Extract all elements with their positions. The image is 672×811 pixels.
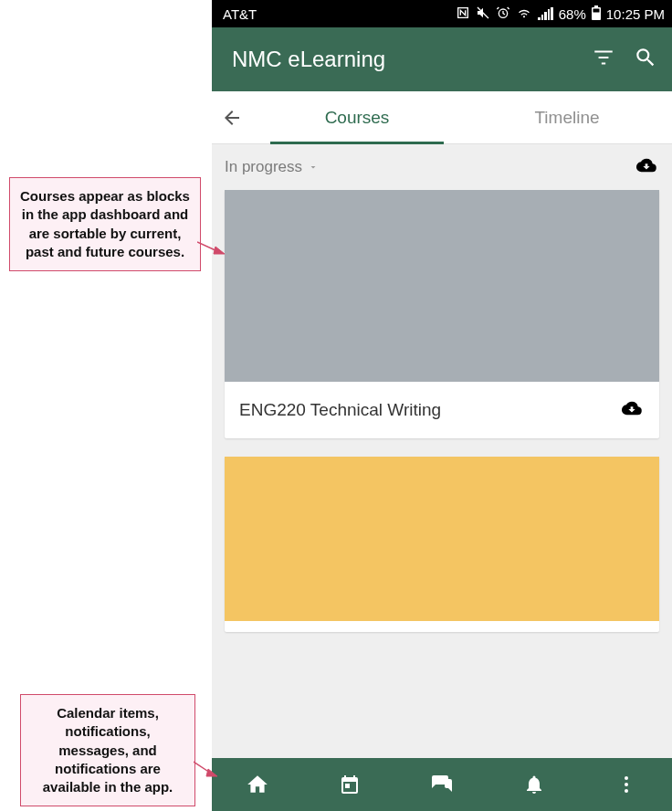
tab-timeline-label: Timeline — [534, 108, 599, 128]
back-button[interactable] — [212, 91, 252, 143]
status-bar: AT&T 68% — [212, 0, 672, 27]
cloud-download-icon[interactable] — [619, 398, 645, 422]
carrier-label: AT&T — [223, 6, 257, 22]
tab-courses-label: Courses — [325, 108, 390, 128]
bottom-nav — [212, 758, 672, 811]
alarm-icon — [496, 5, 510, 23]
battery-pct: 68% — [559, 6, 586, 22]
annotation-callout-top: Courses appear as blocks in the app dash… — [9, 177, 201, 271]
nav-calendar[interactable] — [304, 758, 396, 811]
tab-timeline[interactable]: Timeline — [462, 91, 672, 143]
filter-icon[interactable] — [592, 46, 615, 73]
course-card[interactable] — [225, 457, 659, 632]
clock-label: 10:25 PM — [606, 6, 665, 22]
svg-rect-3 — [594, 5, 598, 7]
filter-row: In progress — [212, 144, 672, 190]
svg-point-7 — [625, 789, 628, 793]
nav-home[interactable] — [212, 758, 304, 811]
svg-marker-11 — [206, 769, 217, 776]
svg-rect-4 — [593, 8, 599, 12]
nav-messages[interactable] — [396, 758, 488, 811]
app-bar: NMC eLearning — [212, 27, 672, 91]
svg-point-5 — [625, 776, 628, 780]
app-title: NMC eLearning — [232, 47, 592, 72]
signal-icon — [538, 7, 553, 20]
nfc-icon — [456, 5, 470, 23]
cloud-download-icon[interactable] — [634, 155, 659, 180]
phone-screen: AT&T 68% — [212, 0, 672, 811]
mute-icon — [476, 5, 490, 23]
wifi-icon — [516, 5, 532, 23]
course-title: ENG220 Technical Writing — [239, 400, 619, 420]
course-thumbnail — [225, 190, 659, 382]
filter-label: In progress — [225, 158, 302, 176]
nav-notifications[interactable] — [488, 758, 580, 811]
progress-filter-dropdown[interactable]: In progress — [225, 158, 319, 176]
course-list[interactable]: ENG220 Technical Writing — [212, 190, 672, 811]
course-card[interactable]: ENG220 Technical Writing — [225, 190, 659, 438]
search-icon[interactable] — [634, 46, 657, 73]
tab-bar: Courses Timeline — [212, 91, 672, 144]
annotation-text: Courses appear as blocks in the app dash… — [20, 188, 190, 259]
svg-marker-9 — [214, 247, 225, 254]
chevron-down-icon — [308, 162, 319, 173]
annotation-callout-bottom: Calendar items, notifications, messages,… — [20, 694, 195, 806]
course-thumbnail — [225, 457, 659, 621]
annotation-arrow-icon — [194, 758, 217, 778]
svg-point-6 — [625, 783, 628, 786]
nav-more[interactable] — [580, 758, 672, 811]
battery-icon — [592, 5, 601, 23]
annotation-arrow-icon — [197, 237, 225, 256]
tab-courses[interactable]: Courses — [252, 91, 462, 143]
annotation-text: Calendar items, notifications, messages,… — [43, 705, 173, 795]
